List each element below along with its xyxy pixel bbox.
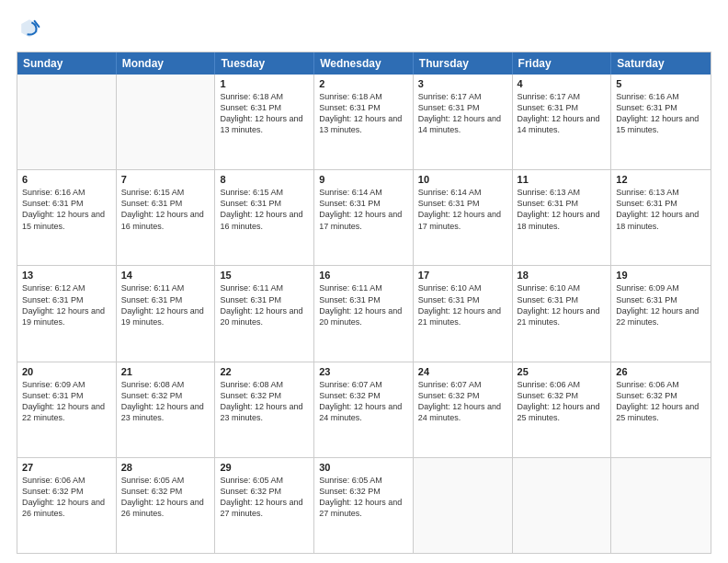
calendar-day-14: 14Sunrise: 6:11 AM Sunset: 6:31 PM Dayli… (117, 266, 216, 361)
calendar-day-20: 20Sunrise: 6:09 AM Sunset: 6:31 PM Dayli… (17, 362, 117, 457)
day-info: Sunrise: 6:11 AM Sunset: 6:31 PM Dayligh… (121, 282, 210, 327)
calendar-day-15: 15Sunrise: 6:11 AM Sunset: 6:31 PM Dayli… (215, 266, 314, 361)
calendar-day-10: 10Sunrise: 6:14 AM Sunset: 6:31 PM Dayli… (414, 170, 513, 265)
day-number: 14 (121, 270, 210, 281)
calendar-empty-cell (117, 75, 216, 169)
calendar-body: 1Sunrise: 6:18 AM Sunset: 6:31 PM Daylig… (17, 75, 711, 553)
calendar-day-4: 4Sunrise: 6:17 AM Sunset: 6:31 PM Daylig… (513, 75, 612, 169)
day-number: 6 (22, 174, 111, 185)
day-number: 11 (518, 174, 607, 185)
day-number: 9 (319, 174, 408, 185)
day-number: 8 (220, 174, 309, 185)
day-number: 7 (121, 174, 210, 185)
day-info: Sunrise: 6:18 AM Sunset: 6:31 PM Dayligh… (220, 91, 309, 136)
day-info: Sunrise: 6:18 AM Sunset: 6:31 PM Dayligh… (319, 91, 408, 136)
calendar-day-18: 18Sunrise: 6:10 AM Sunset: 6:31 PM Dayli… (513, 266, 612, 361)
day-number: 22 (220, 366, 309, 377)
day-info: Sunrise: 6:09 AM Sunset: 6:31 PM Dayligh… (22, 379, 111, 424)
day-header-sunday: Sunday (17, 52, 117, 75)
calendar-day-25: 25Sunrise: 6:06 AM Sunset: 6:32 PM Dayli… (513, 362, 612, 457)
day-number: 4 (518, 78, 607, 89)
calendar-day-29: 29Sunrise: 6:05 AM Sunset: 6:32 PM Dayli… (215, 458, 314, 553)
day-number: 26 (616, 366, 706, 377)
day-number: 19 (616, 270, 706, 281)
day-number: 1 (220, 78, 309, 89)
calendar-day-17: 17Sunrise: 6:10 AM Sunset: 6:31 PM Dayli… (414, 266, 513, 361)
day-header-thursday: Thursday (414, 52, 513, 75)
calendar-empty-cell (414, 458, 513, 553)
day-number: 30 (319, 462, 408, 473)
calendar-week-3: 13Sunrise: 6:12 AM Sunset: 6:31 PM Dayli… (17, 265, 711, 361)
day-info: Sunrise: 6:14 AM Sunset: 6:31 PM Dayligh… (418, 187, 507, 232)
day-info: Sunrise: 6:07 AM Sunset: 6:32 PM Dayligh… (319, 379, 408, 424)
day-number: 17 (418, 270, 507, 281)
calendar-day-5: 5Sunrise: 6:16 AM Sunset: 6:31 PM Daylig… (611, 75, 711, 169)
calendar-header: SundayMondayTuesdayWednesdayThursdayFrid… (17, 52, 711, 75)
day-info: Sunrise: 6:05 AM Sunset: 6:32 PM Dayligh… (319, 475, 408, 520)
day-info: Sunrise: 6:15 AM Sunset: 6:31 PM Dayligh… (121, 187, 210, 232)
day-header-wednesday: Wednesday (314, 52, 414, 75)
calendar-day-26: 26Sunrise: 6:06 AM Sunset: 6:32 PM Dayli… (611, 362, 711, 457)
calendar-day-23: 23Sunrise: 6:07 AM Sunset: 6:32 PM Dayli… (314, 362, 414, 457)
day-header-tuesday: Tuesday (215, 52, 314, 75)
day-header-monday: Monday (117, 52, 216, 75)
calendar-day-28: 28Sunrise: 6:05 AM Sunset: 6:32 PM Dayli… (117, 458, 216, 553)
day-info: Sunrise: 6:06 AM Sunset: 6:32 PM Dayligh… (518, 379, 607, 424)
calendar-day-8: 8Sunrise: 6:15 AM Sunset: 6:31 PM Daylig… (215, 170, 314, 265)
day-header-saturday: Saturday (611, 52, 711, 75)
calendar-day-30: 30Sunrise: 6:05 AM Sunset: 6:32 PM Dayli… (314, 458, 414, 553)
day-number: 23 (319, 366, 408, 377)
day-number: 10 (418, 174, 507, 185)
day-info: Sunrise: 6:11 AM Sunset: 6:31 PM Dayligh… (319, 282, 408, 327)
day-info: Sunrise: 6:05 AM Sunset: 6:32 PM Dayligh… (220, 475, 309, 520)
calendar-empty-cell (513, 458, 612, 553)
day-number: 5 (616, 78, 706, 89)
day-info: Sunrise: 6:08 AM Sunset: 6:32 PM Dayligh… (121, 379, 210, 424)
day-info: Sunrise: 6:17 AM Sunset: 6:31 PM Dayligh… (518, 91, 607, 136)
day-number: 21 (121, 366, 210, 377)
day-info: Sunrise: 6:06 AM Sunset: 6:32 PM Dayligh… (22, 475, 111, 520)
header (17, 17, 711, 42)
day-number: 29 (220, 462, 309, 473)
calendar-day-21: 21Sunrise: 6:08 AM Sunset: 6:32 PM Dayli… (117, 362, 216, 457)
logo (17, 17, 40, 42)
day-info: Sunrise: 6:10 AM Sunset: 6:31 PM Dayligh… (518, 282, 607, 327)
day-info: Sunrise: 6:13 AM Sunset: 6:31 PM Dayligh… (518, 187, 607, 232)
calendar-day-1: 1Sunrise: 6:18 AM Sunset: 6:31 PM Daylig… (215, 75, 314, 169)
calendar: SundayMondayTuesdayWednesdayThursdayFrid… (17, 52, 711, 554)
day-number: 2 (319, 78, 408, 89)
day-number: 24 (418, 366, 507, 377)
day-info: Sunrise: 6:06 AM Sunset: 6:32 PM Dayligh… (616, 379, 706, 424)
calendar-day-12: 12Sunrise: 6:13 AM Sunset: 6:31 PM Dayli… (611, 170, 711, 265)
calendar-day-22: 22Sunrise: 6:08 AM Sunset: 6:32 PM Dayli… (215, 362, 314, 457)
calendar-day-9: 9Sunrise: 6:14 AM Sunset: 6:31 PM Daylig… (314, 170, 414, 265)
day-info: Sunrise: 6:16 AM Sunset: 6:31 PM Dayligh… (616, 91, 706, 136)
day-number: 15 (220, 270, 309, 281)
page: SundayMondayTuesdayWednesdayThursdayFrid… (0, 0, 728, 563)
day-info: Sunrise: 6:08 AM Sunset: 6:32 PM Dayligh… (220, 379, 309, 424)
calendar-day-19: 19Sunrise: 6:09 AM Sunset: 6:31 PM Dayli… (611, 266, 711, 361)
day-number: 12 (616, 174, 706, 185)
calendar-empty-cell (17, 75, 117, 169)
calendar-week-4: 20Sunrise: 6:09 AM Sunset: 6:31 PM Dayli… (17, 362, 711, 457)
day-number: 25 (518, 366, 607, 377)
calendar-day-16: 16Sunrise: 6:11 AM Sunset: 6:31 PM Dayli… (314, 266, 414, 361)
logo-icon (18, 17, 40, 39)
day-info: Sunrise: 6:13 AM Sunset: 6:31 PM Dayligh… (616, 187, 706, 232)
calendar-day-24: 24Sunrise: 6:07 AM Sunset: 6:32 PM Dayli… (414, 362, 513, 457)
calendar-day-2: 2Sunrise: 6:18 AM Sunset: 6:31 PM Daylig… (314, 75, 414, 169)
calendar-day-6: 6Sunrise: 6:16 AM Sunset: 6:31 PM Daylig… (17, 170, 117, 265)
day-number: 20 (22, 366, 111, 377)
calendar-day-3: 3Sunrise: 6:17 AM Sunset: 6:31 PM Daylig… (414, 75, 513, 169)
day-info: Sunrise: 6:09 AM Sunset: 6:31 PM Dayligh… (616, 282, 706, 327)
calendar-day-27: 27Sunrise: 6:06 AM Sunset: 6:32 PM Dayli… (17, 458, 117, 553)
day-number: 28 (121, 462, 210, 473)
day-info: Sunrise: 6:05 AM Sunset: 6:32 PM Dayligh… (121, 475, 210, 520)
day-number: 27 (22, 462, 111, 473)
calendar-day-7: 7Sunrise: 6:15 AM Sunset: 6:31 PM Daylig… (117, 170, 216, 265)
day-info: Sunrise: 6:12 AM Sunset: 6:31 PM Dayligh… (22, 282, 111, 327)
calendar-day-11: 11Sunrise: 6:13 AM Sunset: 6:31 PM Dayli… (513, 170, 612, 265)
day-info: Sunrise: 6:10 AM Sunset: 6:31 PM Dayligh… (418, 282, 507, 327)
calendar-empty-cell (611, 458, 711, 553)
day-header-friday: Friday (513, 52, 612, 75)
